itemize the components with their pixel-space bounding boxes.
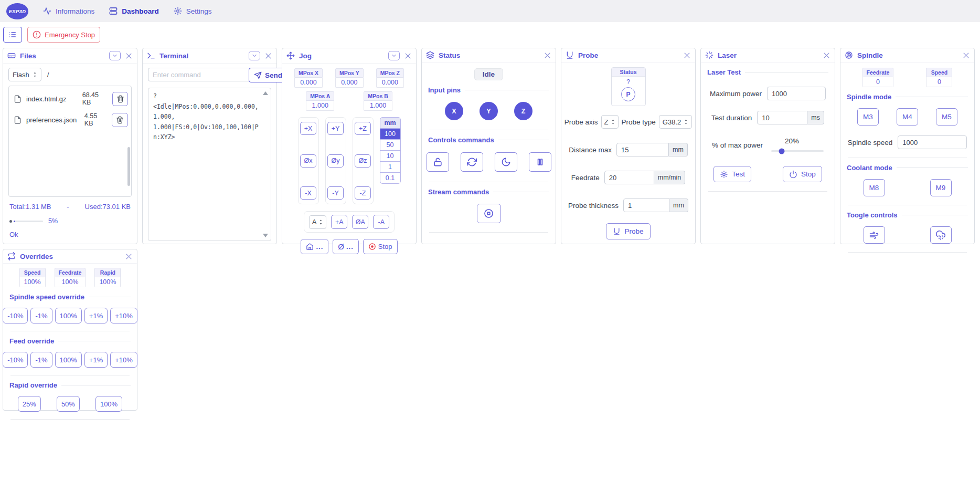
emergency-stop-button[interactable]: Emergency Stop xyxy=(27,27,100,43)
jog-distance-option-1[interactable]: 1 xyxy=(380,161,401,173)
terminal-collapse-button[interactable] xyxy=(249,51,260,60)
laser-stop-button[interactable]: Stop xyxy=(783,166,822,182)
close-icon[interactable] xyxy=(823,51,830,59)
jog-zero-y-button[interactable]: Øy xyxy=(327,154,344,168)
maximum-power-input[interactable] xyxy=(767,87,826,100)
m4-button[interactable]: M4 xyxy=(897,108,918,126)
nav-item-dashboard[interactable]: Dashboard xyxy=(109,7,159,15)
controls-commands-row xyxy=(422,152,556,172)
flood-coolant-button[interactable] xyxy=(930,226,952,244)
machine-state-row: Idle xyxy=(422,68,556,80)
jog-distance-option-100[interactable]: 100 xyxy=(380,128,401,140)
slider-thumb[interactable] xyxy=(779,148,784,154)
file-name: index.html.gz xyxy=(26,95,78,103)
jog-plus-x-button[interactable]: +X xyxy=(300,122,316,135)
laser-test-button[interactable]: Test xyxy=(713,166,751,182)
close-icon[interactable] xyxy=(683,51,691,59)
nav-item-informations[interactable]: Informations xyxy=(43,7,94,15)
close-icon[interactable] xyxy=(544,51,551,59)
spindle-speed-input[interactable] xyxy=(898,135,967,149)
progress-dot xyxy=(9,220,12,223)
m8-button[interactable]: M8 xyxy=(864,179,885,196)
file-row[interactable]: preferences.json 4.55 KB xyxy=(9,109,131,130)
mpos-b-chip: MPos B1.000 xyxy=(364,91,392,111)
spindle-minus-1-button[interactable]: -1% xyxy=(30,308,52,323)
jog-axes-grid: +X Øx -X +Y Øy -Y +Z Øz -Z mm 100 50 10 … xyxy=(282,117,416,204)
jog-zero-z-button[interactable]: Øz xyxy=(355,154,371,168)
m3-button[interactable]: M3 xyxy=(857,108,879,126)
scroll-up-arrow-icon[interactable] xyxy=(263,91,268,95)
jog-plus-z-button[interactable]: +Z xyxy=(355,122,371,135)
jog-stop-label: Stop xyxy=(378,243,392,250)
pause-button[interactable] xyxy=(529,152,551,172)
jog-minus-z-button[interactable]: -Z xyxy=(355,186,371,200)
probe-type-select[interactable]: G38.2 xyxy=(659,115,692,129)
file-name: preferences.json xyxy=(26,116,80,124)
distance-max-input[interactable] xyxy=(616,143,669,156)
jog-axis-select[interactable]: A xyxy=(309,215,327,229)
esp3d-logo[interactable]: ESP3D xyxy=(6,3,28,19)
jog-plus-a-button[interactable]: +A xyxy=(331,215,347,229)
jog-minus-a-button[interactable]: -A xyxy=(373,215,389,229)
file-row[interactable]: index.html.gz 68.45 KB xyxy=(9,88,131,109)
jog-collapse-button[interactable] xyxy=(388,51,400,60)
test-duration-row: Test duration ms xyxy=(701,111,835,124)
feed-plus-10-button[interactable]: +10% xyxy=(110,352,137,368)
jog-minus-y-button[interactable]: -Y xyxy=(327,186,344,200)
spindle-minus-10-button[interactable]: -10% xyxy=(3,308,28,323)
test-duration-input[interactable] xyxy=(757,111,807,124)
spindle-plus-1-button[interactable]: +1% xyxy=(84,308,108,323)
probe-axis-select[interactable]: Z xyxy=(601,115,619,129)
m5-button[interactable]: M5 xyxy=(936,108,957,126)
home-button[interactable]: ... xyxy=(301,239,328,254)
probe-start-button[interactable]: Probe xyxy=(606,223,650,239)
feed-minus-1-button[interactable]: -1% xyxy=(30,352,52,368)
jog-distance-option-50[interactable]: 50 xyxy=(380,139,401,151)
reset-button[interactable] xyxy=(461,152,483,172)
delete-file-button[interactable] xyxy=(112,92,128,106)
close-icon[interactable] xyxy=(125,52,133,60)
refresh-icon xyxy=(467,157,477,167)
jog-zero-a-button[interactable]: ØA xyxy=(352,215,368,229)
nav-item-settings[interactable]: Settings xyxy=(174,7,212,15)
close-icon[interactable] xyxy=(404,52,412,60)
jog-plus-y-button[interactable]: +Y xyxy=(327,122,344,135)
jog-minus-x-button[interactable]: -X xyxy=(300,186,316,200)
feed-plus-1-button[interactable]: +1% xyxy=(84,352,108,368)
files-scrollbar-thumb[interactable] xyxy=(127,147,130,186)
rapid-100-button[interactable]: 100% xyxy=(95,396,122,412)
abort-stream-button[interactable] xyxy=(477,204,501,223)
jog-stop-button[interactable]: Stop xyxy=(363,239,398,254)
mpos-y-chip: MPos Y0.000 xyxy=(335,68,364,88)
m9-button[interactable]: M9 xyxy=(930,179,952,196)
jog-distance-option-0.1[interactable]: 0.1 xyxy=(380,172,401,184)
close-icon[interactable] xyxy=(125,253,133,260)
spindle-100-button[interactable]: 100% xyxy=(55,308,82,323)
delete-file-button[interactable] xyxy=(112,113,128,127)
scroll-down-arrow-icon[interactable] xyxy=(263,234,268,237)
terminal-line: 1.000|FS:0,0|Ov:100,100,100|Pn:XYZ> xyxy=(153,122,261,143)
feed-100-button[interactable]: 100% xyxy=(55,352,82,368)
close-icon[interactable] xyxy=(264,52,272,60)
dashboard-panels: Files Flash / index.html.gz 68.45 KB xyxy=(0,48,980,411)
mist-coolant-button[interactable] xyxy=(864,226,885,244)
files-source-select[interactable]: Flash xyxy=(8,68,41,81)
zero-all-button[interactable]: Ø ... xyxy=(333,239,359,254)
probe-thickness-input[interactable] xyxy=(623,199,669,212)
close-icon[interactable] xyxy=(962,51,970,59)
feed-minus-10-button[interactable]: -10% xyxy=(3,352,28,368)
unlock-button[interactable] xyxy=(427,152,449,172)
panel-list-button[interactable] xyxy=(3,27,22,43)
files-collapse-button[interactable] xyxy=(109,51,121,60)
spindle-plus-10-button[interactable]: +10% xyxy=(110,308,137,323)
command-input[interactable] xyxy=(148,68,250,81)
rapid-25-button[interactable]: 25% xyxy=(18,396,41,412)
jog-zero-x-button[interactable]: Øx xyxy=(300,154,316,168)
stream-commands-row xyxy=(422,204,556,223)
power-slider[interactable] xyxy=(771,150,824,152)
terminal-output[interactable]: ? <Idle|MPos:0.000,0.000,0.000,1.000, 1.… xyxy=(148,88,271,241)
probe-feedrate-input[interactable] xyxy=(604,171,654,184)
rapid-50-button[interactable]: 50% xyxy=(57,396,80,412)
jog-distance-option-10[interactable]: 10 xyxy=(380,150,401,162)
sleep-button[interactable] xyxy=(495,152,517,172)
